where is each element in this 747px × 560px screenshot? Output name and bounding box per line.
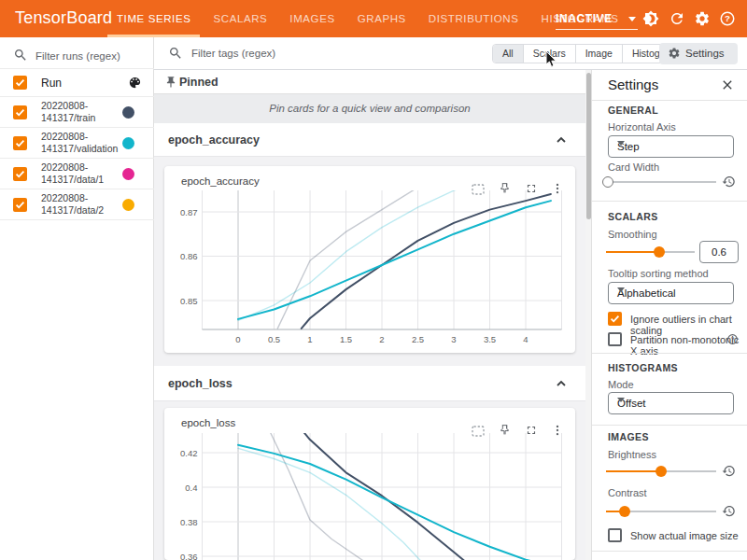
settings-gear-icon[interactable] (694, 10, 711, 27)
svg-text:2.5: 2.5 (412, 334, 424, 344)
tab-distributions[interactable]: DISTRIBUTIONS (417, 0, 530, 37)
run-name: 20220808-141317/data/1 (41, 161, 123, 186)
run-filter-row (0, 45, 154, 67)
svg-text:4: 4 (523, 334, 528, 344)
palette-icon[interactable] (128, 76, 142, 90)
run-name: 20220808-141317/validation (41, 131, 123, 155)
run-checkbox[interactable] (13, 105, 27, 119)
fullscreen-icon[interactable] (525, 424, 538, 437)
show-actual-size-checkbox[interactable] (608, 528, 622, 542)
filter-button-image[interactable]: Image (575, 45, 622, 63)
status-dropdown[interactable]: INACTIVE (556, 7, 638, 30)
brightness-label: Brightness (608, 449, 656, 460)
help-icon[interactable]: ? (719, 10, 736, 27)
contrast-label: Contrast (608, 487, 647, 498)
chevron-down-icon (628, 17, 636, 21)
chevron-up-icon[interactable] (554, 376, 569, 391)
pin-hint-text: Pin cards for a quick view and compariso… (154, 103, 585, 114)
run-color-dot[interactable] (122, 137, 134, 149)
ignore-outliers-checkbox[interactable] (608, 312, 622, 326)
smoothing-value-input[interactable] (699, 241, 739, 263)
tooltip-sort-dropdown[interactable]: Alphabetical (608, 282, 734, 304)
svg-text:0.36: 0.36 (180, 552, 198, 560)
scrollbar-thumb[interactable] (586, 73, 591, 219)
run-color-dot[interactable] (122, 168, 134, 180)
run-color-dot[interactable] (122, 106, 134, 119)
tag-filter-input[interactable] (191, 43, 378, 63)
help-icon[interactable]: ? (726, 333, 739, 345)
tab-scalars[interactable]: SCALARS (202, 0, 278, 37)
main-nav-tabs: TIME SERIESSCALARSIMAGESGRAPHSDISTRIBUTI… (106, 0, 630, 37)
smoothing-slider[interactable] (606, 245, 695, 259)
pin-icon[interactable] (499, 181, 511, 195)
tab-images[interactable]: IMAGES (278, 0, 345, 37)
section-header-epoch-loss[interactable]: epoch_loss (154, 366, 585, 401)
run-row[interactable]: 20220808-141317/data/1 (0, 159, 154, 189)
slider-handle[interactable] (602, 176, 613, 188)
divider (592, 425, 747, 426)
pin-icon[interactable] (499, 423, 511, 437)
reset-icon[interactable] (722, 504, 736, 518)
filter-button-scalars[interactable]: Scalars (523, 45, 575, 63)
chevron-up-icon[interactable] (554, 133, 569, 147)
svg-text:0: 0 (235, 334, 240, 344)
scalar-card-epoch-accuracy: epoch_accuracy 0.850.860.8700.511.522.53… (164, 166, 575, 353)
brightness-toggle-icon[interactable] (642, 10, 659, 27)
svg-text:?: ? (725, 13, 730, 23)
smoothing-label: Smoothing (608, 229, 657, 240)
data-table-toggle-icon[interactable] (471, 424, 486, 439)
tab-graphs[interactable]: GRAPHS (346, 0, 417, 37)
histogram-mode-dropdown[interactable]: Offset (608, 392, 734, 414)
horizontal-axis-dropdown[interactable]: Step (608, 135, 734, 158)
run-row[interactable]: 20220808-141317/validation (0, 128, 154, 159)
data-table-toggle-icon[interactable] (471, 182, 486, 197)
run-name: 20220808-141317/data/2 (41, 192, 123, 217)
filter-button-all[interactable]: All (493, 45, 523, 63)
search-icon (168, 46, 183, 61)
close-icon[interactable] (720, 77, 735, 92)
section-title: epoch_loss (168, 377, 233, 390)
run-checkbox[interactable] (13, 136, 27, 150)
reset-icon[interactable] (722, 175, 736, 189)
partition-x-checkbox[interactable] (608, 332, 622, 346)
card-title: epoch_loss (181, 417, 235, 428)
settings-button[interactable]: Settings (659, 43, 738, 64)
pin-hint-strip: Pin cards for a quick view and compariso… (154, 94, 585, 123)
search-icon (13, 48, 28, 63)
refresh-icon[interactable] (669, 10, 685, 27)
run-color-dot[interactable] (122, 199, 134, 211)
divider (592, 551, 747, 552)
slider-handle[interactable] (654, 246, 665, 258)
run-filter-input[interactable] (35, 45, 146, 67)
card-width-slider[interactable] (606, 175, 716, 189)
section-header-epoch-accuracy[interactable]: epoch_accuracy (154, 123, 585, 157)
run-column-label: Run (41, 77, 62, 90)
card-toolbar (469, 181, 566, 198)
tag-type-filter-group: AllScalarsImageHistogram (492, 44, 687, 63)
histogram-mode-label: Mode (608, 379, 634, 390)
chevron-down-icon (617, 287, 625, 292)
run-row[interactable]: 20220808-141317/data/2 (0, 189, 154, 220)
app-header: TensorBoard TIME SERIESSCALARSIMAGESGRAP… (0, 0, 747, 37)
run-select-all-checkbox[interactable] (13, 76, 27, 90)
tensorboard-logo: TensorBoard (15, 8, 112, 28)
tab-time-series[interactable]: TIME SERIES (106, 0, 202, 37)
horizontal-axis-label: Horizontal Axis (608, 121, 676, 133)
run-checkbox[interactable] (13, 167, 27, 181)
kebab-menu-icon[interactable] (551, 182, 564, 195)
slider-handle[interactable] (619, 506, 630, 517)
status-label: INACTIVE (556, 12, 613, 25)
svg-text:0.86: 0.86 (180, 251, 198, 261)
run-row[interactable]: 20220808-141317/train (0, 97, 154, 128)
slider-handle[interactable] (655, 466, 667, 477)
fullscreen-icon[interactable] (525, 182, 538, 195)
run-checkbox[interactable] (13, 198, 27, 212)
brightness-slider[interactable] (606, 465, 716, 478)
gear-icon (668, 47, 681, 60)
kebab-menu-icon[interactable] (551, 424, 564, 437)
pinned-section-header[interactable]: Pinned (154, 70, 585, 94)
reset-icon[interactable] (722, 464, 736, 478)
svg-text:2: 2 (379, 334, 384, 344)
scalars-heading: SCALARS (608, 211, 658, 222)
contrast-slider[interactable] (606, 505, 716, 518)
